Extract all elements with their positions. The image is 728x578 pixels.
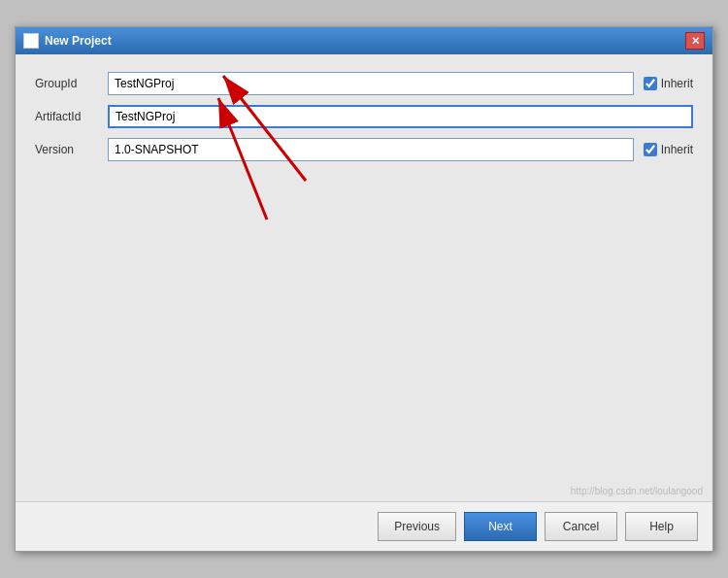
- dialog-title: New Project: [45, 34, 112, 48]
- content-area: GroupId Inherit ArtifactId Version Inher…: [16, 54, 712, 501]
- title-bar: 🗂 New Project ✕: [16, 27, 712, 54]
- version-inherit-label: Inherit: [661, 143, 693, 156]
- bottom-bar: Previous Next Cancel Help: [16, 501, 712, 551]
- group-id-input[interactable]: [108, 72, 634, 95]
- close-button[interactable]: ✕: [685, 32, 705, 50]
- artifact-id-row: ArtifactId: [35, 105, 693, 128]
- window-icon: 🗂: [23, 33, 39, 49]
- previous-button[interactable]: Previous: [378, 512, 456, 541]
- title-bar-left: 🗂 New Project: [23, 33, 112, 49]
- group-id-inherit-checkbox[interactable]: [644, 77, 657, 90]
- artifact-id-input[interactable]: [108, 105, 693, 128]
- group-id-inherit: Inherit: [644, 77, 693, 90]
- version-inherit-checkbox[interactable]: [644, 143, 657, 156]
- help-button[interactable]: Help: [625, 512, 698, 541]
- watermark: http://blog.csdn.net/loulangood: [571, 486, 703, 496]
- next-button[interactable]: Next: [464, 512, 537, 541]
- new-project-dialog: 🗂 New Project ✕ GroupId Inherit Artifact…: [15, 26, 713, 552]
- cancel-button[interactable]: Cancel: [545, 512, 617, 541]
- version-inherit: Inherit: [644, 143, 693, 156]
- title-bar-controls: ✕: [685, 32, 705, 50]
- group-id-row: GroupId Inherit: [35, 72, 693, 95]
- version-row: Version Inherit: [35, 138, 693, 161]
- version-label: Version: [35, 143, 108, 156]
- artifact-id-label: ArtifactId: [35, 110, 108, 123]
- group-id-inherit-label: Inherit: [661, 77, 693, 90]
- group-id-label: GroupId: [35, 77, 108, 90]
- version-input[interactable]: [108, 138, 634, 161]
